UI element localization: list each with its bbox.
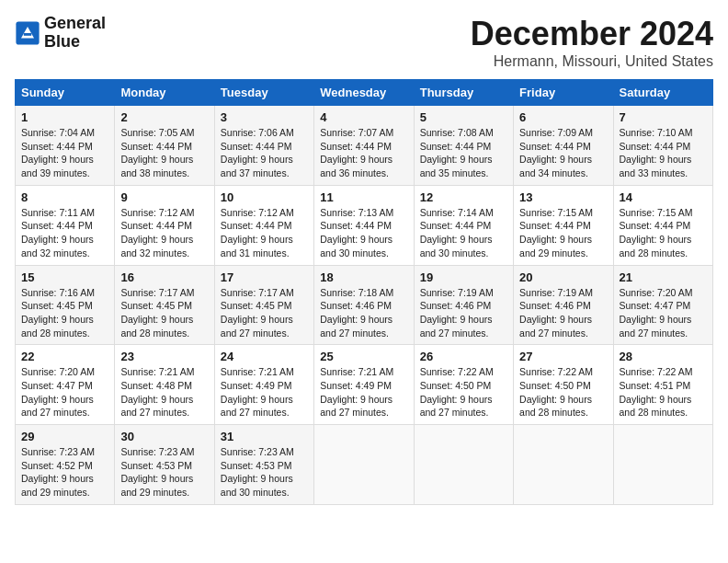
day-info: Sunrise: 7:16 AM Sunset: 4:45 PM Dayligh… [21,286,108,340]
day-info: Sunrise: 7:13 AM Sunset: 4:44 PM Dayligh… [320,206,407,260]
day-info: Sunrise: 7:23 AM Sunset: 4:52 PM Dayligh… [21,445,108,500]
day-info: Sunrise: 7:10 AM Sunset: 4:44 PM Dayligh… [620,126,707,180]
day-cell: 13 Sunrise: 7:15 AM Sunset: 4:44 PM Dayl… [514,185,613,265]
day-number: 6 [519,110,607,124]
day-info: Sunrise: 7:15 AM Sunset: 4:44 PM Dayligh… [519,206,607,260]
day-cell: 29 Sunrise: 7:23 AM Sunset: 4:52 PM Dayl… [16,425,115,505]
day-number: 23 [120,350,208,363]
calendar-table: SundayMondayTuesdayWednesdayThursdayFrid… [15,79,713,505]
day-cell [514,425,613,505]
week-row-5: 29 Sunrise: 7:23 AM Sunset: 4:52 PM Dayl… [16,425,713,505]
day-cell: 22 Sunrise: 7:20 AM Sunset: 4:47 PM Dayl… [16,345,115,425]
day-info: Sunrise: 7:19 AM Sunset: 4:46 PM Dayligh… [420,286,507,340]
day-number: 4 [320,110,407,124]
day-number: 22 [21,350,108,363]
day-info: Sunrise: 7:17 AM Sunset: 4:45 PM Dayligh… [221,286,308,340]
day-cell: 6 Sunrise: 7:09 AM Sunset: 4:44 PM Dayli… [514,106,613,186]
header-day-friday: Friday [514,80,613,106]
day-cell: 23 Sunrise: 7:21 AM Sunset: 4:48 PM Dayl… [115,345,214,425]
day-info: Sunrise: 7:21 AM Sunset: 4:48 PM Dayligh… [120,365,208,419]
header: General Blue December 2024 Hermann, Miss… [15,15,713,70]
day-cell: 9 Sunrise: 7:12 AM Sunset: 4:44 PM Dayli… [115,185,214,265]
header-day-tuesday: Tuesday [214,80,313,106]
day-number: 13 [519,190,607,204]
week-row-1: 1 Sunrise: 7:04 AM Sunset: 4:44 PM Dayli… [16,106,713,186]
day-cell: 14 Sunrise: 7:15 AM Sunset: 4:44 PM Dayl… [613,185,712,265]
day-number: 8 [21,190,108,204]
day-cell: 10 Sunrise: 7:12 AM Sunset: 4:44 PM Dayl… [214,185,313,265]
day-info: Sunrise: 7:20 AM Sunset: 4:47 PM Dayligh… [620,286,707,340]
day-info: Sunrise: 7:21 AM Sunset: 4:49 PM Dayligh… [320,365,407,419]
day-cell: 19 Sunrise: 7:19 AM Sunset: 4:46 PM Dayl… [414,265,513,345]
day-info: Sunrise: 7:04 AM Sunset: 4:44 PM Dayligh… [21,126,108,180]
day-info: Sunrise: 7:19 AM Sunset: 4:46 PM Dayligh… [519,286,607,340]
day-cell: 30 Sunrise: 7:23 AM Sunset: 4:53 PM Dayl… [115,425,214,505]
day-cell: 21 Sunrise: 7:20 AM Sunset: 4:47 PM Dayl… [613,265,712,345]
day-cell: 7 Sunrise: 7:10 AM Sunset: 4:44 PM Dayli… [613,106,712,186]
week-row-2: 8 Sunrise: 7:11 AM Sunset: 4:44 PM Dayli… [16,185,713,265]
day-cell: 31 Sunrise: 7:23 AM Sunset: 4:53 PM Dayl… [214,425,313,505]
day-cell: 1 Sunrise: 7:04 AM Sunset: 4:44 PM Dayli… [16,106,115,186]
day-number: 10 [221,190,308,204]
header-day-wednesday: Wednesday [314,80,414,106]
day-info: Sunrise: 7:08 AM Sunset: 4:44 PM Dayligh… [420,126,507,180]
day-number: 29 [21,430,108,443]
day-info: Sunrise: 7:05 AM Sunset: 4:44 PM Dayligh… [120,126,208,180]
day-cell: 18 Sunrise: 7:18 AM Sunset: 4:46 PM Dayl… [314,265,414,345]
day-info: Sunrise: 7:22 AM Sunset: 4:50 PM Dayligh… [519,365,607,419]
day-number: 28 [620,350,707,363]
day-number: 11 [320,190,407,204]
day-cell: 16 Sunrise: 7:17 AM Sunset: 4:45 PM Dayl… [115,265,214,345]
logo-line1: General [44,15,106,33]
week-row-4: 22 Sunrise: 7:20 AM Sunset: 4:47 PM Dayl… [16,345,713,425]
day-number: 20 [519,270,607,284]
day-cell [314,425,414,505]
day-info: Sunrise: 7:23 AM Sunset: 4:53 PM Dayligh… [221,445,308,500]
day-cell: 4 Sunrise: 7:07 AM Sunset: 4:44 PM Dayli… [314,106,414,186]
day-info: Sunrise: 7:12 AM Sunset: 4:44 PM Dayligh… [221,206,308,260]
day-cell: 24 Sunrise: 7:21 AM Sunset: 4:49 PM Dayl… [214,345,313,425]
logo-icon [15,20,40,46]
header-row: SundayMondayTuesdayWednesdayThursdayFrid… [16,80,713,106]
day-number: 25 [320,350,407,363]
day-cell: 8 Sunrise: 7:11 AM Sunset: 4:44 PM Dayli… [16,185,115,265]
svg-rect-2 [24,33,31,36]
day-number: 14 [620,190,707,204]
logo-text: General Blue [44,15,106,52]
day-info: Sunrise: 7:18 AM Sunset: 4:46 PM Dayligh… [320,286,407,340]
day-info: Sunrise: 7:20 AM Sunset: 4:47 PM Dayligh… [21,365,108,419]
day-number: 12 [420,190,507,204]
day-info: Sunrise: 7:14 AM Sunset: 4:44 PM Dayligh… [420,206,507,260]
day-number: 19 [420,270,507,284]
page-wrapper: General Blue December 2024 Hermann, Miss… [15,15,713,505]
header-day-monday: Monday [115,80,214,106]
day-cell: 15 Sunrise: 7:16 AM Sunset: 4:45 PM Dayl… [16,265,115,345]
day-info: Sunrise: 7:22 AM Sunset: 4:51 PM Dayligh… [620,365,707,419]
day-info: Sunrise: 7:11 AM Sunset: 4:44 PM Dayligh… [21,206,108,260]
week-row-3: 15 Sunrise: 7:16 AM Sunset: 4:45 PM Dayl… [16,265,713,345]
day-cell [613,425,712,505]
header-day-sunday: Sunday [16,80,115,106]
day-number: 7 [620,110,707,124]
day-info: Sunrise: 7:23 AM Sunset: 4:53 PM Dayligh… [120,445,208,500]
header-day-saturday: Saturday [613,80,712,106]
day-cell: 3 Sunrise: 7:06 AM Sunset: 4:44 PM Dayli… [214,106,313,186]
calendar-title: December 2024 [471,15,713,53]
day-number: 21 [620,270,707,284]
day-info: Sunrise: 7:15 AM Sunset: 4:44 PM Dayligh… [620,206,707,260]
day-number: 16 [120,270,208,284]
day-info: Sunrise: 7:12 AM Sunset: 4:44 PM Dayligh… [120,206,208,260]
day-info: Sunrise: 7:09 AM Sunset: 4:44 PM Dayligh… [519,126,607,180]
day-number: 1 [21,110,108,124]
day-number: 18 [320,270,407,284]
day-number: 24 [221,350,308,363]
day-number: 26 [420,350,507,363]
day-info: Sunrise: 7:21 AM Sunset: 4:49 PM Dayligh… [221,365,308,419]
day-cell: 27 Sunrise: 7:22 AM Sunset: 4:50 PM Dayl… [514,345,613,425]
day-cell: 2 Sunrise: 7:05 AM Sunset: 4:44 PM Dayli… [115,106,214,186]
day-number: 15 [21,270,108,284]
calendar-subtitle: Hermann, Missouri, United States [471,53,713,70]
logo: General Blue [15,15,106,52]
day-cell: 28 Sunrise: 7:22 AM Sunset: 4:51 PM Dayl… [613,345,712,425]
day-number: 9 [120,190,208,204]
